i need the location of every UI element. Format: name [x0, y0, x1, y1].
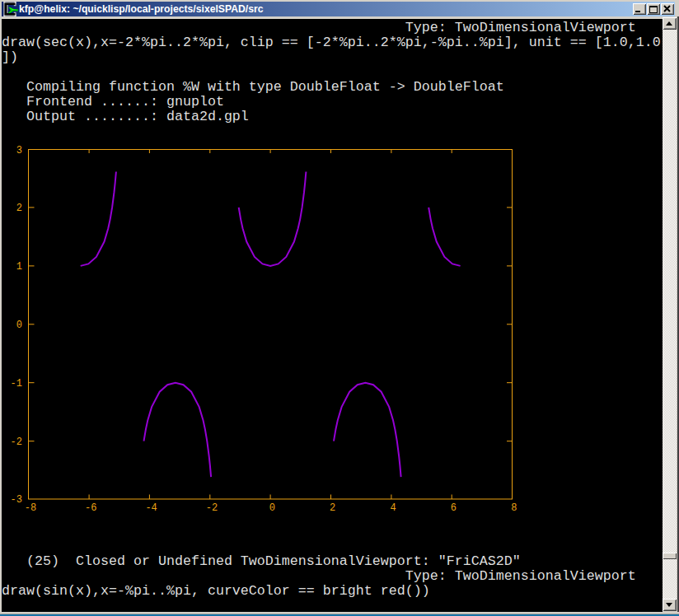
svg-text:2: 2 — [16, 203, 22, 214]
svg-text:3: 3 — [16, 145, 22, 156]
svg-text:-1: -1 — [11, 378, 22, 390]
svg-text:4: 4 — [390, 502, 396, 514]
svg-text:-2: -2 — [206, 502, 218, 514]
svg-text:8: 8 — [511, 502, 517, 514]
svg-text:-2: -2 — [11, 436, 22, 448]
svg-text:-8: -8 — [25, 502, 36, 514]
svg-text:-6: -6 — [85, 502, 96, 514]
svg-text:1: 1 — [16, 261, 22, 273]
svg-text:2: 2 — [330, 502, 335, 514]
svg-text:6: 6 — [451, 502, 457, 514]
svg-text:-3: -3 — [11, 494, 22, 506]
svg-text:0: 0 — [269, 502, 275, 514]
svg-text:-4: -4 — [145, 502, 157, 514]
svg-text:0: 0 — [16, 320, 22, 331]
